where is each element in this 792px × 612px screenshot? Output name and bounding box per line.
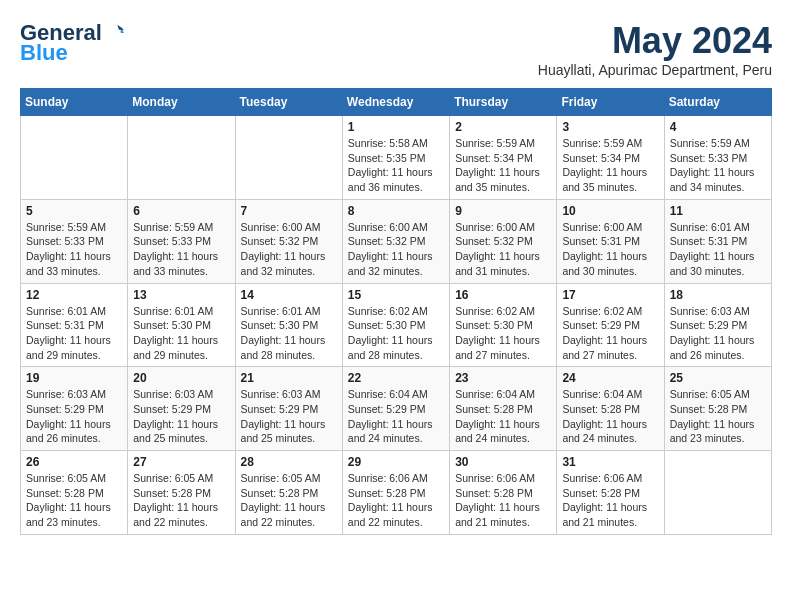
day-info: Sunrise: 6:01 AM Sunset: 5:31 PM Dayligh… [26,304,122,363]
day-info: Sunrise: 6:02 AM Sunset: 5:30 PM Dayligh… [348,304,444,363]
day-cell: 14Sunrise: 6:01 AM Sunset: 5:30 PM Dayli… [235,283,342,367]
day-cell: 23Sunrise: 6:04 AM Sunset: 5:28 PM Dayli… [450,367,557,451]
day-info: Sunrise: 6:00 AM Sunset: 5:32 PM Dayligh… [241,220,337,279]
day-cell: 16Sunrise: 6:02 AM Sunset: 5:30 PM Dayli… [450,283,557,367]
day-cell: 20Sunrise: 6:03 AM Sunset: 5:29 PM Dayli… [128,367,235,451]
day-info: Sunrise: 6:03 AM Sunset: 5:29 PM Dayligh… [670,304,766,363]
week-row-3: 12Sunrise: 6:01 AM Sunset: 5:31 PM Dayli… [21,283,772,367]
day-cell: 19Sunrise: 6:03 AM Sunset: 5:29 PM Dayli… [21,367,128,451]
day-number: 15 [348,288,444,302]
day-info: Sunrise: 6:00 AM Sunset: 5:32 PM Dayligh… [348,220,444,279]
day-cell: 11Sunrise: 6:01 AM Sunset: 5:31 PM Dayli… [664,199,771,283]
day-cell: 26Sunrise: 6:05 AM Sunset: 5:28 PM Dayli… [21,451,128,535]
day-info: Sunrise: 6:03 AM Sunset: 5:29 PM Dayligh… [133,387,229,446]
day-number: 4 [670,120,766,134]
month-title: May 2024 [538,20,772,62]
day-number: 11 [670,204,766,218]
header-saturday: Saturday [664,89,771,116]
day-number: 25 [670,371,766,385]
day-number: 14 [241,288,337,302]
day-cell: 15Sunrise: 6:02 AM Sunset: 5:30 PM Dayli… [342,283,449,367]
day-info: Sunrise: 6:03 AM Sunset: 5:29 PM Dayligh… [26,387,122,446]
day-cell: 12Sunrise: 6:01 AM Sunset: 5:31 PM Dayli… [21,283,128,367]
day-info: Sunrise: 6:06 AM Sunset: 5:28 PM Dayligh… [348,471,444,530]
day-info: Sunrise: 6:04 AM Sunset: 5:28 PM Dayligh… [455,387,551,446]
week-row-1: 1Sunrise: 5:58 AM Sunset: 5:35 PM Daylig… [21,116,772,200]
day-cell: 31Sunrise: 6:06 AM Sunset: 5:28 PM Dayli… [557,451,664,535]
day-cell [21,116,128,200]
day-number: 26 [26,455,122,469]
day-info: Sunrise: 5:59 AM Sunset: 5:34 PM Dayligh… [455,136,551,195]
day-number: 30 [455,455,551,469]
day-cell: 22Sunrise: 6:04 AM Sunset: 5:29 PM Dayli… [342,367,449,451]
calendar-table: SundayMondayTuesdayWednesdayThursdayFrid… [20,88,772,535]
day-number: 13 [133,288,229,302]
day-number: 7 [241,204,337,218]
title-section: May 2024 Huayllati, Apurimac Department,… [538,20,772,78]
day-cell [235,116,342,200]
day-info: Sunrise: 6:02 AM Sunset: 5:29 PM Dayligh… [562,304,658,363]
week-row-5: 26Sunrise: 6:05 AM Sunset: 5:28 PM Dayli… [21,451,772,535]
day-cell: 30Sunrise: 6:06 AM Sunset: 5:28 PM Dayli… [450,451,557,535]
header-thursday: Thursday [450,89,557,116]
subtitle: Huayllati, Apurimac Department, Peru [538,62,772,78]
day-info: Sunrise: 5:58 AM Sunset: 5:35 PM Dayligh… [348,136,444,195]
day-cell: 13Sunrise: 6:01 AM Sunset: 5:30 PM Dayli… [128,283,235,367]
day-cell: 4Sunrise: 5:59 AM Sunset: 5:33 PM Daylig… [664,116,771,200]
day-cell: 21Sunrise: 6:03 AM Sunset: 5:29 PM Dayli… [235,367,342,451]
day-cell [664,451,771,535]
day-number: 19 [26,371,122,385]
header-monday: Monday [128,89,235,116]
day-cell: 25Sunrise: 6:05 AM Sunset: 5:28 PM Dayli… [664,367,771,451]
day-info: Sunrise: 6:01 AM Sunset: 5:31 PM Dayligh… [670,220,766,279]
day-cell: 24Sunrise: 6:04 AM Sunset: 5:28 PM Dayli… [557,367,664,451]
day-info: Sunrise: 6:05 AM Sunset: 5:28 PM Dayligh… [670,387,766,446]
day-cell: 28Sunrise: 6:05 AM Sunset: 5:28 PM Dayli… [235,451,342,535]
day-number: 28 [241,455,337,469]
day-number: 3 [562,120,658,134]
day-cell [128,116,235,200]
logo-blue: Blue [20,42,68,64]
calendar-header-row: SundayMondayTuesdayWednesdayThursdayFrid… [21,89,772,116]
day-info: Sunrise: 5:59 AM Sunset: 5:33 PM Dayligh… [133,220,229,279]
day-cell: 9Sunrise: 6:00 AM Sunset: 5:32 PM Daylig… [450,199,557,283]
day-cell: 1Sunrise: 5:58 AM Sunset: 5:35 PM Daylig… [342,116,449,200]
svg-marker-0 [121,26,124,33]
logo: General Blue [20,20,124,64]
day-info: Sunrise: 6:05 AM Sunset: 5:28 PM Dayligh… [133,471,229,530]
day-info: Sunrise: 5:59 AM Sunset: 5:33 PM Dayligh… [26,220,122,279]
week-row-2: 5Sunrise: 5:59 AM Sunset: 5:33 PM Daylig… [21,199,772,283]
page-header: General Blue May 2024 Huayllati, Apurima… [20,20,772,78]
week-row-4: 19Sunrise: 6:03 AM Sunset: 5:29 PM Dayli… [21,367,772,451]
day-cell: 29Sunrise: 6:06 AM Sunset: 5:28 PM Dayli… [342,451,449,535]
day-cell: 5Sunrise: 5:59 AM Sunset: 5:33 PM Daylig… [21,199,128,283]
day-info: Sunrise: 6:04 AM Sunset: 5:28 PM Dayligh… [562,387,658,446]
day-number: 2 [455,120,551,134]
day-number: 8 [348,204,444,218]
day-info: Sunrise: 6:01 AM Sunset: 5:30 PM Dayligh… [133,304,229,363]
day-number: 1 [348,120,444,134]
header-tuesday: Tuesday [235,89,342,116]
day-cell: 2Sunrise: 5:59 AM Sunset: 5:34 PM Daylig… [450,116,557,200]
day-info: Sunrise: 6:00 AM Sunset: 5:32 PM Dayligh… [455,220,551,279]
day-number: 10 [562,204,658,218]
day-info: Sunrise: 6:06 AM Sunset: 5:28 PM Dayligh… [455,471,551,530]
day-number: 6 [133,204,229,218]
day-info: Sunrise: 6:00 AM Sunset: 5:31 PM Dayligh… [562,220,658,279]
day-cell: 6Sunrise: 5:59 AM Sunset: 5:33 PM Daylig… [128,199,235,283]
header-sunday: Sunday [21,89,128,116]
day-number: 31 [562,455,658,469]
day-number: 22 [348,371,444,385]
day-number: 17 [562,288,658,302]
day-number: 20 [133,371,229,385]
day-info: Sunrise: 5:59 AM Sunset: 5:33 PM Dayligh… [670,136,766,195]
logo-icon [104,23,124,43]
header-wednesday: Wednesday [342,89,449,116]
day-info: Sunrise: 6:03 AM Sunset: 5:29 PM Dayligh… [241,387,337,446]
day-info: Sunrise: 6:05 AM Sunset: 5:28 PM Dayligh… [241,471,337,530]
day-number: 27 [133,455,229,469]
day-number: 24 [562,371,658,385]
day-cell: 27Sunrise: 6:05 AM Sunset: 5:28 PM Dayli… [128,451,235,535]
day-cell: 8Sunrise: 6:00 AM Sunset: 5:32 PM Daylig… [342,199,449,283]
day-number: 16 [455,288,551,302]
